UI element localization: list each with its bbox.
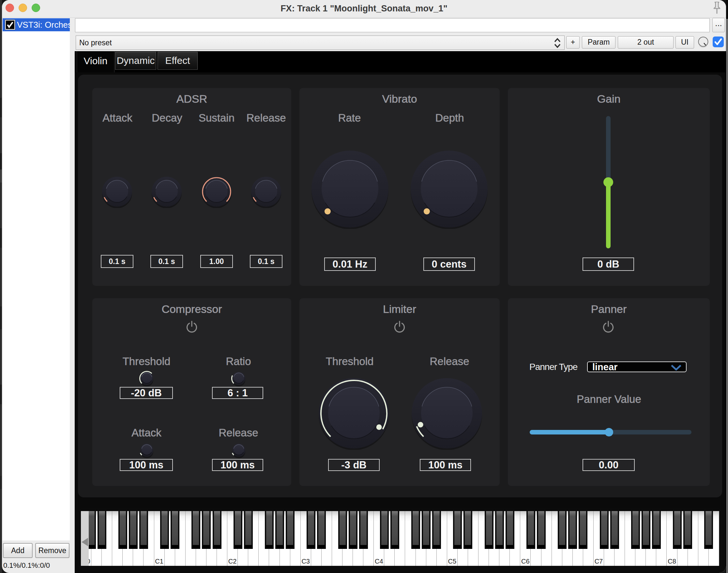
add-preset-button[interactable]: +	[566, 36, 580, 49]
lim-release-knob[interactable]	[410, 377, 483, 450]
black-key[interactable]	[610, 511, 619, 549]
decay-value[interactable]: 0.1 s	[150, 255, 183, 268]
black-key[interactable]	[286, 511, 295, 549]
panner-power-icon[interactable]	[601, 320, 616, 336]
black-key[interactable]	[171, 511, 179, 549]
comp-attack-knob[interactable]	[138, 441, 155, 459]
black-key[interactable]	[160, 511, 169, 549]
black-key[interactable]	[631, 511, 640, 549]
panner-type-dropdown[interactable]: linear	[587, 361, 687, 372]
gain-slider-thumb[interactable]	[603, 177, 613, 187]
black-key[interactable]	[683, 511, 692, 549]
black-key[interactable]	[380, 511, 389, 549]
black-key[interactable]	[422, 511, 431, 549]
preset-dropdown[interactable]: No preset	[76, 36, 565, 50]
black-key[interactable]	[98, 511, 106, 549]
octave-label: C8	[667, 558, 677, 565]
preset-stepper-icon[interactable]	[553, 37, 562, 51]
comp-ratio-value[interactable]: 6 : 1	[212, 387, 263, 399]
black-key[interactable]	[652, 511, 661, 549]
wet-dry-knob[interactable]	[698, 37, 709, 50]
comp-ratio-knob[interactable]	[230, 370, 247, 387]
piano-keys[interactable]: C0C1C2C3C4C5C6C7C8	[81, 511, 719, 566]
limiter-power-icon[interactable]	[392, 320, 407, 336]
panner-value[interactable]: 0.00	[583, 459, 635, 471]
octave-label: C5	[447, 558, 457, 565]
fx-list-item-selected[interactable]: VST3i: Orches	[3, 18, 70, 31]
black-key[interactable]	[129, 511, 138, 549]
black-key[interactable]	[579, 511, 587, 549]
black-key[interactable]	[265, 511, 274, 549]
black-key[interactable]	[453, 511, 462, 549]
release-knob[interactable]	[250, 175, 283, 208]
ui-toggle-button[interactable]: UI	[676, 36, 694, 49]
tab-effect[interactable]: Effect	[157, 52, 198, 70]
black-key[interactable]	[338, 511, 347, 549]
black-key[interactable]	[464, 511, 472, 549]
keyboard-scroll-strip[interactable]	[81, 511, 89, 566]
knob-icon	[101, 175, 133, 208]
black-key[interactable]	[558, 511, 567, 549]
black-key[interactable]	[118, 511, 127, 549]
gain-title: Gain	[508, 93, 710, 105]
depth-value[interactable]: 0 cents	[423, 258, 475, 271]
black-key[interactable]	[390, 511, 399, 549]
black-key[interactable]	[641, 511, 650, 549]
comp-attack-value[interactable]: 100 ms	[120, 459, 173, 471]
black-key[interactable]	[234, 511, 242, 549]
black-key[interactable]	[349, 511, 357, 549]
lim-threshold-value[interactable]: -3 dB	[328, 459, 380, 471]
lim-release-value[interactable]: 100 ms	[420, 459, 471, 471]
comp-release-knob[interactable]	[230, 441, 247, 459]
tab-dynamic[interactable]: Dynamic	[115, 52, 156, 70]
param-button[interactable]: Param	[582, 36, 616, 49]
rate-value[interactable]: 0.01 Hz	[324, 258, 376, 271]
more-options-button[interactable]: ...	[712, 18, 725, 32]
comp-threshold-value[interactable]: -20 dB	[120, 387, 173, 399]
gain-value[interactable]: 0 dB	[583, 258, 634, 271]
compressor-power-icon[interactable]	[185, 320, 199, 336]
gain-slider[interactable]	[606, 116, 611, 248]
black-key[interactable]	[411, 511, 420, 549]
release-value[interactable]: 0.1 s	[250, 255, 283, 268]
depth-knob[interactable]	[409, 149, 489, 229]
fx-active-checkbox[interactable]	[713, 37, 724, 47]
sustain-value[interactable]: 1.00	[200, 255, 233, 268]
remove-fx-button[interactable]: Remove	[35, 543, 69, 558]
attack-value[interactable]: 0.1 s	[101, 255, 133, 268]
comp-release-value[interactable]: 100 ms	[212, 459, 263, 471]
black-key[interactable]	[505, 511, 514, 549]
add-fx-button[interactable]: Add	[3, 543, 33, 558]
black-key[interactable]	[432, 511, 441, 549]
tab-violin[interactable]: Violin	[77, 51, 114, 72]
comp-threshold-knob[interactable]	[138, 370, 155, 387]
pin-icon[interactable]	[711, 1, 723, 18]
black-key[interactable]	[139, 511, 148, 549]
black-key[interactable]	[317, 511, 326, 549]
attack-knob[interactable]	[101, 175, 133, 208]
black-key[interactable]	[306, 511, 316, 549]
fx-name-field[interactable]	[75, 18, 710, 32]
sustain-knob[interactable]	[200, 175, 233, 208]
fx-enabled-checkbox[interactable]	[5, 20, 15, 30]
panner-slider-thumb[interactable]	[605, 428, 613, 436]
black-key[interactable]	[359, 511, 368, 549]
black-key[interactable]	[673, 511, 682, 549]
black-key[interactable]	[537, 511, 546, 549]
black-key[interactable]	[495, 511, 504, 549]
black-key[interactable]	[213, 511, 222, 549]
output-routing-button[interactable]: 2 out	[618, 36, 674, 49]
black-key[interactable]	[485, 511, 493, 549]
black-key[interactable]	[704, 511, 713, 549]
black-key[interactable]	[202, 511, 211, 549]
decay-knob[interactable]	[150, 175, 183, 208]
black-key[interactable]	[275, 511, 284, 549]
black-key[interactable]	[568, 511, 577, 549]
rate-knob[interactable]	[310, 149, 390, 229]
black-key[interactable]	[600, 511, 609, 549]
panner-slider[interactable]	[530, 430, 691, 434]
black-key[interactable]	[244, 511, 253, 549]
lim-threshold-knob[interactable]	[318, 377, 390, 450]
black-key[interactable]	[526, 511, 535, 549]
black-key[interactable]	[191, 511, 200, 549]
